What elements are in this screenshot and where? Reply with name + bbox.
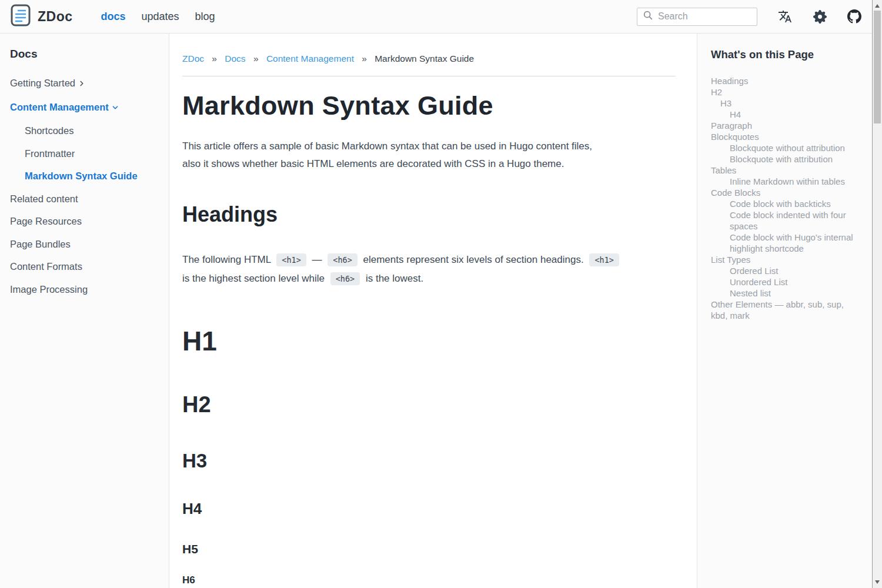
brand-title: ZDoc <box>38 9 73 25</box>
scrollbar-down-arrow-icon[interactable] <box>873 578 882 586</box>
breadcrumb-link-content-management[interactable]: Content Management <box>266 54 354 64</box>
toc-item-inline-markdown-within-tables[interactable]: Inline Markdown within tables <box>711 176 854 187</box>
toc-item-h2[interactable]: H2 <box>711 86 854 98</box>
headings-paragraph: The following HTML <h1> — <h6> elements … <box>182 250 676 288</box>
breadcrumb: ZDoc » Docs » Content Management » Markd… <box>182 54 676 64</box>
inline-code-h6: <h6> <box>330 272 360 285</box>
toc-item-ordered-list[interactable]: Ordered List <box>711 265 854 276</box>
scrollbar-up-arrow-icon[interactable] <box>873 2 882 10</box>
inline-code-h1: <h1> <box>589 253 619 266</box>
demo-heading-h2: H2 <box>182 392 676 418</box>
inline-code-h1: <h1> <box>276 253 306 266</box>
demo-heading-h1: H1 <box>182 326 676 357</box>
toc-item-tables[interactable]: Tables <box>711 165 854 176</box>
toc-item-other-elements[interactable]: Other Elements — abbr, sub, sup, kbd, ma… <box>711 299 854 321</box>
demo-heading-h4: H4 <box>182 500 676 518</box>
breadcrumb-separator: » <box>212 54 217 64</box>
toc-item-code-block-with-backticks[interactable]: Code block with backticks <box>711 198 854 209</box>
nav-icons <box>778 9 861 24</box>
sidebar-item-page-resources[interactable]: Page Resources <box>10 215 159 228</box>
search-box[interactable] <box>637 8 757 26</box>
breadcrumb-current: Markdown Syntax Guide <box>375 54 474 64</box>
toc-item-h3[interactable]: H3 <box>711 98 854 109</box>
inline-code-h6: <h6> <box>328 253 358 266</box>
breadcrumb-link-zdoc[interactable]: ZDoc <box>182 54 204 64</box>
breadcrumb-separator: » <box>362 54 367 64</box>
brand[interactable]: ZDoc <box>11 4 73 29</box>
demo-heading-h3: H3 <box>182 450 676 472</box>
sidebar-item-frontmatter[interactable]: Frontmatter <box>10 147 159 160</box>
sidebar-item-markdown-syntax-guide[interactable]: Markdown Syntax Guide <box>10 169 159 182</box>
toc-item-code-blocks[interactable]: Code Blocks <box>711 187 854 198</box>
sidebar-item-image-processing[interactable]: Image Processing <box>10 283 159 296</box>
demo-heading-h6: H6 <box>182 574 676 586</box>
nav-link-docs[interactable]: docs <box>101 11 126 23</box>
demo-heading-h5: H5 <box>182 542 676 556</box>
breadcrumb-link-docs[interactable]: Docs <box>225 54 245 64</box>
toc-item-code-block-highlight-shortcode[interactable]: Code block with Hugo's internal highligh… <box>711 232 854 254</box>
intro-paragraph: This article offers a sample of basic Ma… <box>182 138 676 173</box>
nav-link-blog[interactable]: blog <box>195 11 215 23</box>
divider <box>182 76 676 76</box>
sidebar-item-page-bundles[interactable]: Page Bundles <box>10 238 159 250</box>
toc-title: What's on this Page <box>711 48 854 61</box>
translate-icon[interactable] <box>778 9 792 24</box>
gear-icon[interactable] <box>813 9 827 24</box>
search-icon <box>643 10 653 23</box>
vertical-scrollbar[interactable] <box>872 0 882 588</box>
main-content: ZDoc » Docs » Content Management » Markd… <box>169 34 697 588</box>
section-heading-headings: Headings <box>182 202 676 227</box>
chevron-down-icon <box>111 102 119 115</box>
search-input[interactable] <box>658 11 751 22</box>
toc-item-h4[interactable]: H4 <box>711 109 854 120</box>
toc-sidebar: What's on this Page Headings H2 H3 H4 Pa… <box>697 34 872 588</box>
page-title: Markdown Syntax Guide <box>182 91 676 121</box>
sidebar-item-related-content[interactable]: Related content <box>10 192 159 205</box>
docs-sidebar: Docs Getting Started Content Management … <box>0 34 169 588</box>
sidebar-item-shortcodes[interactable]: Shortcodes <box>10 124 159 137</box>
top-navbar: ZDoc docs updates blog <box>0 0 872 34</box>
toc-item-code-block-indented[interactable]: Code block indented with four spaces <box>711 209 854 232</box>
zdoc-logo-document-icon <box>11 4 31 29</box>
scrollbar-thumb[interactable] <box>874 11 881 123</box>
toc-item-unordered-list[interactable]: Unordered List <box>711 276 854 288</box>
toc-item-paragraph[interactable]: Paragraph <box>711 120 854 131</box>
sidebar-item-content-formats[interactable]: Content Formats <box>10 260 159 273</box>
toc-item-nested-list[interactable]: Nested list <box>711 288 854 299</box>
toc-item-headings[interactable]: Headings <box>711 75 854 86</box>
toc-item-blockquotes[interactable]: Blockquotes <box>711 131 854 142</box>
toc-item-blockquote-with-attribution[interactable]: Blockquote with attribution <box>711 153 854 165</box>
breadcrumb-separator: » <box>253 54 259 64</box>
github-icon[interactable] <box>847 9 861 24</box>
toc-item-blockquote-without-attribution[interactable]: Blockquote without attribution <box>711 142 854 153</box>
sidebar-item-content-management[interactable]: Content Management <box>10 101 159 115</box>
sidebar-item-getting-started[interactable]: Getting Started <box>10 76 159 91</box>
toc-item-list-types[interactable]: List Types <box>711 254 854 265</box>
nav-link-updates[interactable]: updates <box>142 11 179 23</box>
nav-links: docs updates blog <box>101 11 215 23</box>
chevron-right-icon <box>78 78 86 91</box>
sidebar-title: Docs <box>10 48 159 61</box>
